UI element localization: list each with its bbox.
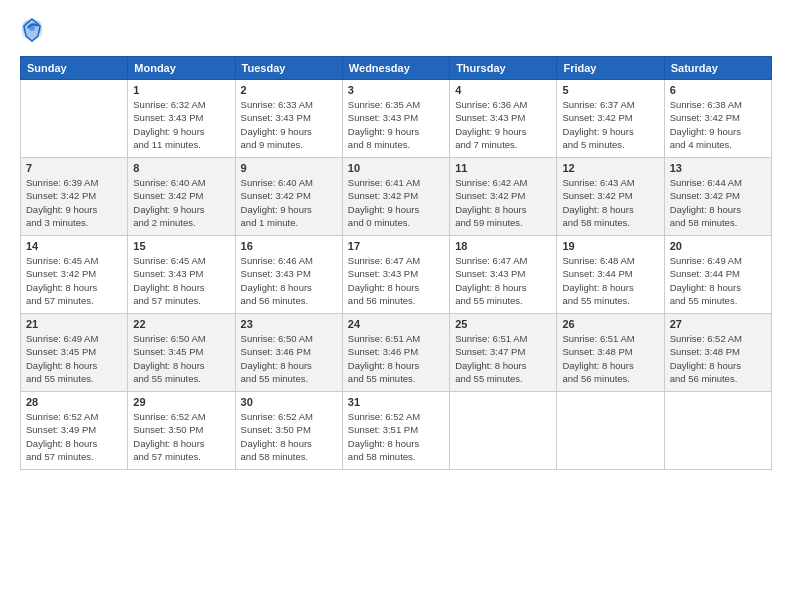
calendar-cell: 19Sunrise: 6:48 AM Sunset: 3:44 PM Dayli…	[557, 236, 664, 314]
day-info: Sunrise: 6:50 AM Sunset: 3:46 PM Dayligh…	[241, 332, 337, 385]
day-info: Sunrise: 6:51 AM Sunset: 3:46 PM Dayligh…	[348, 332, 444, 385]
calendar-cell: 12Sunrise: 6:43 AM Sunset: 3:42 PM Dayli…	[557, 158, 664, 236]
weekday-header-sunday: Sunday	[21, 57, 128, 80]
weekday-header-thursday: Thursday	[450, 57, 557, 80]
day-number: 31	[348, 396, 444, 408]
day-number: 27	[670, 318, 766, 330]
weekday-header-saturday: Saturday	[664, 57, 771, 80]
calendar-cell: 21Sunrise: 6:49 AM Sunset: 3:45 PM Dayli…	[21, 314, 128, 392]
day-number: 18	[455, 240, 551, 252]
calendar-cell: 14Sunrise: 6:45 AM Sunset: 3:42 PM Dayli…	[21, 236, 128, 314]
day-number: 13	[670, 162, 766, 174]
day-number: 11	[455, 162, 551, 174]
day-info: Sunrise: 6:40 AM Sunset: 3:42 PM Dayligh…	[133, 176, 229, 229]
day-info: Sunrise: 6:49 AM Sunset: 3:45 PM Dayligh…	[26, 332, 122, 385]
header	[20, 16, 772, 44]
calendar-cell: 1Sunrise: 6:32 AM Sunset: 3:43 PM Daylig…	[128, 80, 235, 158]
calendar-cell: 30Sunrise: 6:52 AM Sunset: 3:50 PM Dayli…	[235, 392, 342, 470]
logo-icon	[20, 16, 44, 44]
day-info: Sunrise: 6:52 AM Sunset: 3:51 PM Dayligh…	[348, 410, 444, 463]
calendar-cell: 3Sunrise: 6:35 AM Sunset: 3:43 PM Daylig…	[342, 80, 449, 158]
day-info: Sunrise: 6:50 AM Sunset: 3:45 PM Dayligh…	[133, 332, 229, 385]
calendar-week-2: 14Sunrise: 6:45 AM Sunset: 3:42 PM Dayli…	[21, 236, 772, 314]
day-number: 12	[562, 162, 658, 174]
calendar-cell: 2Sunrise: 6:33 AM Sunset: 3:43 PM Daylig…	[235, 80, 342, 158]
day-number: 28	[26, 396, 122, 408]
calendar-cell: 22Sunrise: 6:50 AM Sunset: 3:45 PM Dayli…	[128, 314, 235, 392]
day-number: 25	[455, 318, 551, 330]
day-number: 16	[241, 240, 337, 252]
calendar-cell: 25Sunrise: 6:51 AM Sunset: 3:47 PM Dayli…	[450, 314, 557, 392]
calendar-cell: 7Sunrise: 6:39 AM Sunset: 3:42 PM Daylig…	[21, 158, 128, 236]
calendar-cell: 27Sunrise: 6:52 AM Sunset: 3:48 PM Dayli…	[664, 314, 771, 392]
weekday-header-monday: Monday	[128, 57, 235, 80]
day-info: Sunrise: 6:45 AM Sunset: 3:42 PM Dayligh…	[26, 254, 122, 307]
calendar-cell: 28Sunrise: 6:52 AM Sunset: 3:49 PM Dayli…	[21, 392, 128, 470]
calendar-cell: 9Sunrise: 6:40 AM Sunset: 3:42 PM Daylig…	[235, 158, 342, 236]
logo	[20, 16, 48, 44]
calendar-cell: 29Sunrise: 6:52 AM Sunset: 3:50 PM Dayli…	[128, 392, 235, 470]
day-info: Sunrise: 6:48 AM Sunset: 3:44 PM Dayligh…	[562, 254, 658, 307]
day-number: 14	[26, 240, 122, 252]
day-info: Sunrise: 6:37 AM Sunset: 3:42 PM Dayligh…	[562, 98, 658, 151]
day-info: Sunrise: 6:52 AM Sunset: 3:50 PM Dayligh…	[241, 410, 337, 463]
day-number: 9	[241, 162, 337, 174]
calendar-cell: 4Sunrise: 6:36 AM Sunset: 3:43 PM Daylig…	[450, 80, 557, 158]
day-number: 30	[241, 396, 337, 408]
day-info: Sunrise: 6:36 AM Sunset: 3:43 PM Dayligh…	[455, 98, 551, 151]
calendar-week-1: 7Sunrise: 6:39 AM Sunset: 3:42 PM Daylig…	[21, 158, 772, 236]
calendar-week-3: 21Sunrise: 6:49 AM Sunset: 3:45 PM Dayli…	[21, 314, 772, 392]
day-info: Sunrise: 6:41 AM Sunset: 3:42 PM Dayligh…	[348, 176, 444, 229]
day-number: 17	[348, 240, 444, 252]
day-number: 6	[670, 84, 766, 96]
day-info: Sunrise: 6:51 AM Sunset: 3:48 PM Dayligh…	[562, 332, 658, 385]
day-info: Sunrise: 6:47 AM Sunset: 3:43 PM Dayligh…	[455, 254, 551, 307]
svg-point-1	[29, 25, 35, 31]
day-info: Sunrise: 6:35 AM Sunset: 3:43 PM Dayligh…	[348, 98, 444, 151]
calendar-cell: 6Sunrise: 6:38 AM Sunset: 3:42 PM Daylig…	[664, 80, 771, 158]
day-number: 8	[133, 162, 229, 174]
calendar-cell: 24Sunrise: 6:51 AM Sunset: 3:46 PM Dayli…	[342, 314, 449, 392]
calendar-week-4: 28Sunrise: 6:52 AM Sunset: 3:49 PM Dayli…	[21, 392, 772, 470]
calendar-cell: 31Sunrise: 6:52 AM Sunset: 3:51 PM Dayli…	[342, 392, 449, 470]
day-info: Sunrise: 6:45 AM Sunset: 3:43 PM Dayligh…	[133, 254, 229, 307]
day-number: 26	[562, 318, 658, 330]
day-number: 5	[562, 84, 658, 96]
day-number: 4	[455, 84, 551, 96]
calendar-cell: 13Sunrise: 6:44 AM Sunset: 3:42 PM Dayli…	[664, 158, 771, 236]
day-number: 23	[241, 318, 337, 330]
calendar-cell: 16Sunrise: 6:46 AM Sunset: 3:43 PM Dayli…	[235, 236, 342, 314]
calendar-cell: 26Sunrise: 6:51 AM Sunset: 3:48 PM Dayli…	[557, 314, 664, 392]
day-info: Sunrise: 6:43 AM Sunset: 3:42 PM Dayligh…	[562, 176, 658, 229]
day-info: Sunrise: 6:49 AM Sunset: 3:44 PM Dayligh…	[670, 254, 766, 307]
calendar-cell: 10Sunrise: 6:41 AM Sunset: 3:42 PM Dayli…	[342, 158, 449, 236]
day-info: Sunrise: 6:44 AM Sunset: 3:42 PM Dayligh…	[670, 176, 766, 229]
day-number: 2	[241, 84, 337, 96]
calendar-cell	[21, 80, 128, 158]
day-number: 15	[133, 240, 229, 252]
day-number: 29	[133, 396, 229, 408]
day-number: 24	[348, 318, 444, 330]
calendar-table: SundayMondayTuesdayWednesdayThursdayFrid…	[20, 56, 772, 470]
weekday-header-tuesday: Tuesday	[235, 57, 342, 80]
weekday-header-row: SundayMondayTuesdayWednesdayThursdayFrid…	[21, 57, 772, 80]
calendar-week-0: 1Sunrise: 6:32 AM Sunset: 3:43 PM Daylig…	[21, 80, 772, 158]
day-number: 20	[670, 240, 766, 252]
day-info: Sunrise: 6:42 AM Sunset: 3:42 PM Dayligh…	[455, 176, 551, 229]
day-info: Sunrise: 6:52 AM Sunset: 3:49 PM Dayligh…	[26, 410, 122, 463]
day-info: Sunrise: 6:38 AM Sunset: 3:42 PM Dayligh…	[670, 98, 766, 151]
day-info: Sunrise: 6:51 AM Sunset: 3:47 PM Dayligh…	[455, 332, 551, 385]
calendar-cell: 23Sunrise: 6:50 AM Sunset: 3:46 PM Dayli…	[235, 314, 342, 392]
day-info: Sunrise: 6:33 AM Sunset: 3:43 PM Dayligh…	[241, 98, 337, 151]
calendar-cell: 8Sunrise: 6:40 AM Sunset: 3:42 PM Daylig…	[128, 158, 235, 236]
day-number: 10	[348, 162, 444, 174]
day-number: 7	[26, 162, 122, 174]
weekday-header-wednesday: Wednesday	[342, 57, 449, 80]
day-number: 21	[26, 318, 122, 330]
calendar-cell: 18Sunrise: 6:47 AM Sunset: 3:43 PM Dayli…	[450, 236, 557, 314]
calendar-cell	[557, 392, 664, 470]
calendar-cell: 11Sunrise: 6:42 AM Sunset: 3:42 PM Dayli…	[450, 158, 557, 236]
weekday-header-friday: Friday	[557, 57, 664, 80]
calendar-cell: 15Sunrise: 6:45 AM Sunset: 3:43 PM Dayli…	[128, 236, 235, 314]
day-info: Sunrise: 6:47 AM Sunset: 3:43 PM Dayligh…	[348, 254, 444, 307]
